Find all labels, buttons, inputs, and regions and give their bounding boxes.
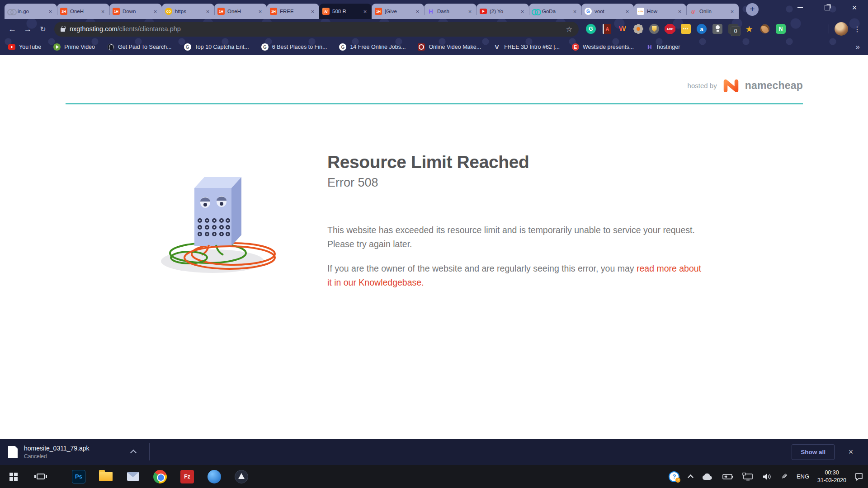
start-button[interactable]: [0, 465, 27, 488]
onedrive-tray-button[interactable]: [697, 465, 717, 488]
taskbar-mail[interactable]: [119, 465, 146, 488]
tab-close-icon[interactable]: [309, 8, 316, 15]
tab-udemy-online[interactable]: u Onlin: [686, 4, 739, 19]
tab-close-icon[interactable]: [624, 8, 631, 15]
taskbar-chrome[interactable]: [146, 465, 174, 488]
tab-onehash-down[interactable]: 1H Down: [109, 4, 162, 19]
download-chevron-icon[interactable]: [130, 450, 136, 456]
forward-icon[interactable]: [20, 21, 35, 37]
bookmark-star-icon[interactable]: [566, 25, 572, 33]
lightbulb-extension-icon[interactable]: [712, 23, 723, 35]
dots-extension-icon[interactable]: [680, 23, 692, 35]
tab-close-icon[interactable]: [152, 8, 159, 15]
tab-hostinger-dash[interactable]: H Dash: [424, 4, 476, 19]
amazon-assistant-extension-icon[interactable]: a: [696, 23, 708, 35]
tab-close-icon[interactable]: [414, 8, 421, 15]
show-all-button[interactable]: Show all: [792, 444, 835, 460]
tab-title: OneH: [227, 9, 254, 14]
tab-onehash-free[interactable]: 1H FREE: [267, 4, 319, 19]
minimize-button[interactable]: [787, 0, 814, 15]
battery-tray-button[interactable]: [717, 465, 738, 488]
bookmarks-overflow-icon[interactable]: [856, 42, 860, 52]
tab-close-icon[interactable]: [467, 8, 473, 15]
bookmark-video-maker[interactable]: Online Video Make...: [418, 43, 481, 51]
adblock-plus-extension-icon[interactable]: ABP: [664, 23, 676, 35]
taskbar-filezilla[interactable]: Fz: [174, 465, 201, 488]
tab-youtube[interactable]: (2) Yo: [476, 4, 529, 19]
taskbar-file-explorer[interactable]: [92, 465, 119, 488]
error-copy: Resource Limit Reached Error 508 This we…: [327, 152, 757, 290]
tab-co-https[interactable]: CO https: [162, 4, 214, 19]
file-icon: [8, 446, 18, 458]
tab-godaddy-in[interactable]: in.go: [5, 4, 57, 19]
westside-icon: E: [572, 43, 579, 51]
cookie-extension-icon[interactable]: [759, 23, 771, 35]
godaddy-favicon: [8, 8, 15, 15]
lock-icon[interactable]: [61, 28, 65, 32]
rupee-extension-icon[interactable]: ₹ 0: [727, 23, 739, 35]
tab-onehash-2[interactable]: 1H OneH: [214, 4, 267, 19]
help-tray-button[interactable]: ?: [664, 465, 684, 488]
screen: in.go 1H OneH 1H Down CO https 1H OneH: [0, 0, 868, 488]
bookmark-online-jobs[interactable]: G 14 Free Online Jobs...: [339, 43, 406, 51]
google-icon: G: [261, 43, 269, 51]
action-center-button[interactable]: [850, 465, 868, 488]
tab-active-508[interactable]: N 508 R: [319, 4, 372, 19]
tab-close-icon[interactable]: [257, 8, 264, 15]
flower-extension-icon[interactable]: [632, 23, 644, 35]
back-icon[interactable]: [5, 21, 20, 37]
new-tab-button[interactable]: [746, 3, 759, 16]
bookmark-hostinger[interactable]: H hostinger: [646, 43, 680, 51]
tab-onehash-give[interactable]: 1H [Give: [372, 4, 424, 19]
taskbar-blue-app[interactable]: [201, 465, 228, 488]
grammarly-extension-icon[interactable]: G: [585, 23, 597, 35]
task-view-button[interactable]: [27, 465, 54, 488]
tab-close-icon[interactable]: [204, 8, 211, 15]
tab-close-icon[interactable]: [362, 8, 368, 15]
volume-tray-button[interactable]: [758, 465, 777, 488]
speaker-icon: [762, 473, 772, 480]
download-item[interactable]: homesite_0311_79.apk Canceled: [8, 445, 90, 460]
tab-close-icon[interactable]: [47, 8, 54, 15]
taskbar-clock[interactable]: 00:30 31-03-2020: [814, 465, 850, 488]
velosofy-icon: V: [493, 43, 500, 51]
download-bar-close-icon[interactable]: [845, 447, 856, 457]
language-switcher[interactable]: ENG: [792, 465, 814, 488]
taskbar-media-app[interactable]: [228, 465, 255, 488]
bookmark-westside[interactable]: E Westside presents...: [572, 43, 634, 51]
tab-onehash-1[interactable]: 1H OneH: [57, 4, 109, 19]
taskbar-photoshop[interactable]: Ps: [65, 465, 92, 488]
bookmark-captcha[interactable]: G Top 10 Captcha Ent...: [184, 43, 249, 51]
tab-close-icon[interactable]: [571, 8, 578, 15]
nimbus-extension-icon[interactable]: N: [775, 23, 787, 35]
address-bar[interactable]: nxgthosting.com/clients/clientarea.php: [54, 22, 579, 37]
pen-tray-button[interactable]: [777, 465, 792, 488]
reload-icon[interactable]: [35, 21, 51, 37]
bookmark-best-places[interactable]: G 6 Best Places to Fin...: [261, 43, 327, 51]
tab-title: Dash: [437, 9, 464, 14]
tab-xda-how[interactable]: xda How: [634, 4, 686, 19]
bookmark-youtube[interactable]: YouTube: [8, 44, 41, 50]
bookmark-label: 6 Best Places to Fin...: [272, 44, 327, 50]
browser-menu-icon[interactable]: [851, 22, 863, 36]
shield-extension-icon[interactable]: [648, 23, 660, 35]
tab-close-icon[interactable]: [676, 8, 683, 15]
tab-close-icon[interactable]: [99, 8, 106, 15]
acrobat-extension-icon[interactable]: A: [601, 23, 613, 35]
tray-overflow-button[interactable]: [684, 465, 697, 488]
bookmark-3d-intro[interactable]: V FREE 3D Intro #62 |...: [493, 43, 560, 51]
maximize-button[interactable]: [814, 0, 841, 15]
chevron-up-icon: [688, 474, 694, 480]
tab-voot[interactable]: G voot: [581, 4, 634, 19]
tab-close-icon[interactable]: [729, 8, 736, 15]
tab-godaddy[interactable]: GoDa: [529, 4, 581, 19]
star-extension-icon[interactable]: [743, 23, 755, 35]
window-close-button[interactable]: [841, 0, 868, 15]
bookmark-get-paid[interactable]: Get Paid To Search...: [107, 43, 172, 51]
bookmark-prime-video[interactable]: Prime Video: [53, 43, 95, 51]
network-tray-button[interactable]: [738, 465, 758, 488]
wappalyzer-extension-icon[interactable]: W: [617, 23, 628, 35]
tab-close-icon[interactable]: [519, 8, 526, 15]
profile-avatar[interactable]: [835, 22, 848, 36]
bookmark-label: Top 10 Captcha Ent...: [195, 44, 249, 50]
